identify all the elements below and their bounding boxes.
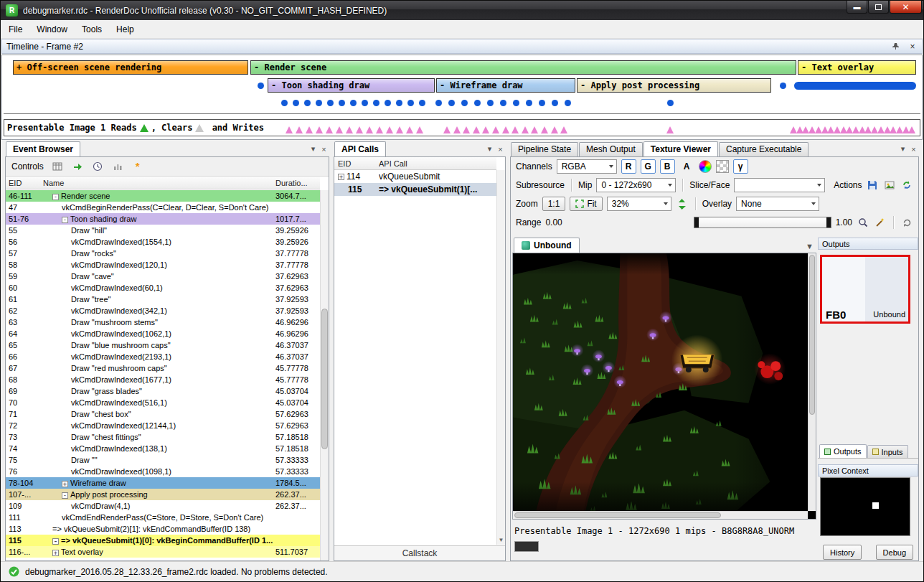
maximize-button[interactable] [868,1,889,14]
texture-vertical-scrollbar[interactable] [808,253,816,511]
menu-window[interactable]: Window [30,22,74,37]
draw-marker-dot[interactable] [327,100,334,106]
draw-marker-dot[interactable] [385,100,391,106]
scrollbar-thumb[interactable] [514,512,721,518]
collapse-icon[interactable]: - [52,538,59,545]
event-row[interactable]: 70vkCmdDrawIndexed(516,1)45.03704 [6,397,320,408]
gamma-button[interactable]: γ [733,159,748,174]
draw-marker-dot[interactable] [474,100,481,106]
tab-unbound-texture[interactable]: Unbound [514,238,580,253]
expand-icon[interactable]: + [338,174,344,180]
event-row[interactable]: 55Draw "hill"39.25926 [6,225,320,236]
tab-inputs[interactable]: Inputs [867,445,908,458]
event-row[interactable]: 56vkCmdDrawIndexed(1554,1)39.25926 [6,236,320,248]
channel-g-button[interactable]: G [641,159,656,174]
zoom-range-icon[interactable] [857,216,869,229]
event-row[interactable]: 63Draw "mushroom stems"46.96296 [6,316,320,328]
draw-marker-dot[interactable] [419,100,425,106]
write-marker-triangle[interactable] [306,126,313,133]
channel-r-button[interactable]: R [621,159,636,174]
menu-tools[interactable]: Tools [75,22,108,37]
write-marker-triangle[interactable] [376,126,383,133]
event-row[interactable]: 113=> vkQueueSubmit(2)[1]: vkEndCommandB… [6,523,320,535]
write-marker-triangle[interactable] [326,126,333,133]
custom-shader-icon[interactable] [699,160,712,173]
scroll-down-icon[interactable]: ▼ [497,537,505,543]
write-marker-triangle[interactable] [296,126,303,133]
menu-file[interactable]: File [2,22,29,37]
pin-icon[interactable] [889,40,902,53]
menu-help[interactable]: Help [110,22,141,37]
write-marker-triangle[interactable] [492,126,499,133]
timeline-marker-bar[interactable]: - Text overlay [798,60,916,75]
tab-capture-executable[interactable]: Capture Executable [719,142,808,156]
draw-marker-dot[interactable] [500,100,506,106]
event-row[interactable]: 66vkCmdDrawIndexed(2193,1)46.37037 [6,351,320,362]
write-marker-triangle[interactable] [316,126,323,133]
draw-marker-dot[interactable] [407,100,414,106]
texture-image-view[interactable] [512,253,816,520]
range-slider[interactable] [694,217,831,228]
draw-marker-dot[interactable] [448,100,455,106]
callstack-section[interactable]: Callstack [334,545,505,560]
tab-api-calls[interactable]: API Calls [334,141,386,156]
overlay-select[interactable]: None [736,197,819,211]
scrollbar-thumb[interactable] [809,255,815,415]
write-marker-triangle[interactable] [346,126,353,133]
draw-marker-dot[interactable] [281,100,288,106]
event-row[interactable]: 111vkCmdEndRenderPass(C=Store, D=Store, … [6,512,320,523]
write-marker-triangle[interactable] [522,126,529,133]
event-row[interactable]: 59Draw "cave"37.62963 [6,271,320,282]
time-draws-icon[interactable] [91,160,104,173]
draw-marker-dot[interactable] [667,100,674,106]
event-browser-scrollbar[interactable] [320,190,329,560]
tab-pipeline-state[interactable]: Pipeline State [511,142,578,156]
event-row[interactable]: 74vkCmdDrawIndexed(138,1)57.18518 [6,443,320,454]
alpha-background-icon[interactable] [716,160,729,173]
zoom-select[interactable]: 32% [607,197,671,211]
goto-resource-icon[interactable] [900,179,913,192]
column-duration[interactable]: Duratio... [274,179,320,187]
write-marker-triangle[interactable] [453,126,461,133]
draw-marker-dot[interactable] [293,100,299,106]
event-row[interactable]: 65Draw "blue mushroom caps"46.37037 [6,339,320,351]
draw-marker-dot[interactable] [373,100,380,106]
texture-horizontal-scrollbar[interactable] [513,511,808,519]
range-white-point-handle[interactable] [826,217,831,227]
collapse-icon[interactable]: - [62,217,68,223]
write-marker-triangle[interactable] [443,126,451,133]
event-row[interactable]: 57Draw "rocks"37.77778 [6,248,320,259]
panel-menu-icon[interactable]: ▾ [484,144,495,154]
bookmark-icon[interactable]: * [131,160,144,173]
write-marker-triangle[interactable] [541,126,548,133]
event-row[interactable]: 62vkCmdDrawIndexed(342,1)37.92593 [6,305,320,316]
panel-close-icon[interactable]: × [495,145,506,154]
expand-icon[interactable]: + [62,481,68,487]
write-marker-triangle[interactable] [336,126,343,133]
write-marker-triangle[interactable] [386,126,393,133]
draw-marker-dot[interactable] [513,100,519,106]
write-marker-triangle[interactable] [560,126,567,133]
event-row[interactable]: 71Draw "chest box"57.62963 [6,408,320,420]
timeline-canvas[interactable]: + Off-screen scene rendering- Render sce… [1,55,923,140]
write-marker-triangle[interactable] [531,126,538,133]
export-image-icon[interactable] [883,179,896,192]
minimize-button[interactable]: ▬ [847,1,867,14]
texture-image[interactable] [513,253,816,519]
timeline-marker-bar[interactable]: - Render scene [250,60,796,75]
column-name[interactable]: Name [43,179,274,187]
api-call-row[interactable]: 115=> vkQueueSubmit(1)[... [334,183,496,196]
save-icon[interactable] [867,179,880,192]
draw-marker-dot[interactable] [526,100,532,106]
goto-eid-icon[interactable] [71,160,84,173]
event-row[interactable]: 69Draw "grass blades"45.03704 [6,385,320,397]
write-marker-triangle[interactable] [396,126,403,133]
column-eid[interactable]: EID [6,179,43,187]
event-row[interactable]: 67Draw "red mushroom caps"45.77778 [6,362,320,374]
collapse-icon[interactable]: - [52,194,59,200]
draw-marker-dot[interactable] [780,83,786,89]
draw-marker-dot[interactable] [552,100,558,106]
column-eid[interactable]: EID [334,159,379,168]
output-thumbnail-fb0[interactable]: FB0 Unbound [820,255,910,324]
history-button[interactable]: History [823,545,862,560]
